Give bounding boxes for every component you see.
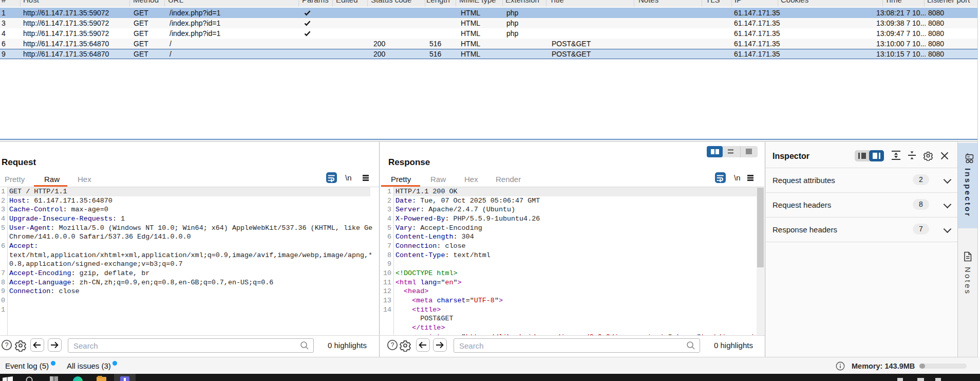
svg-text:?: ? [391,341,394,349]
svg-text:?: ? [5,341,9,349]
